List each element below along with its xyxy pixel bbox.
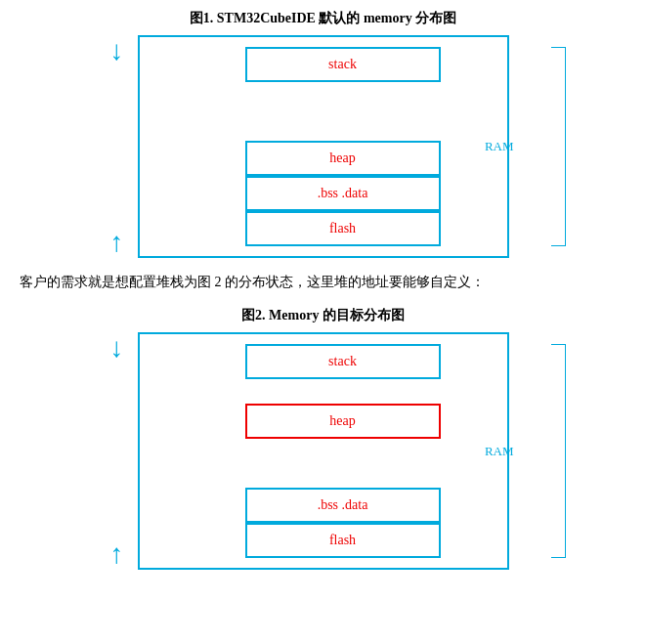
block-flash-2: flash	[245, 523, 441, 558]
arrow-up-2: ↑	[110, 540, 124, 568]
block-heap-1: heap	[245, 141, 441, 176]
figure-2-diagram: ↓ ↑ stack heap .bss .data flash RAM	[138, 332, 509, 570]
ram-bracket-1	[551, 47, 566, 246]
figure-2-title: 图2. Memory 的目标分布图	[20, 307, 626, 324]
block-flash-1: flash	[245, 211, 441, 246]
figure-1-arrows: ↓ ↑	[103, 37, 132, 256]
ram-label-2: RAM	[485, 444, 514, 459]
arrow-down-2: ↓	[110, 334, 124, 362]
block-empty-2b	[245, 439, 441, 488]
figure-1-blocks: stack heap .bss .data flash	[189, 47, 497, 246]
figure-1-diagram: ↓ ↑ stack heap .bss .data flash RAM	[138, 35, 509, 258]
arrow-down-1: ↓	[110, 37, 124, 64]
block-stack-1: stack	[245, 47, 441, 82]
ram-label-1: RAM	[485, 139, 514, 154]
block-empty-2a	[245, 379, 441, 404]
block-stack-2: stack	[245, 344, 441, 379]
block-bss-2: .bss .data	[245, 488, 441, 523]
block-heap-2: heap	[245, 404, 441, 439]
separator-text: 客户的需求就是想配置堆栈为图 2 的分布状态，这里堆的地址要能够自定义：	[20, 272, 626, 293]
block-bss-1: .bss .data	[245, 176, 441, 211]
figure-2-blocks: stack heap .bss .data flash	[189, 344, 497, 558]
block-empty-1	[245, 82, 441, 141]
arrow-up-1: ↑	[110, 229, 124, 256]
figure-1-title: 图1. STM32CubeIDE 默认的 memory 分布图	[20, 10, 626, 27]
ram-bracket-2	[551, 344, 566, 558]
figure-2-arrows: ↓ ↑	[103, 334, 132, 568]
